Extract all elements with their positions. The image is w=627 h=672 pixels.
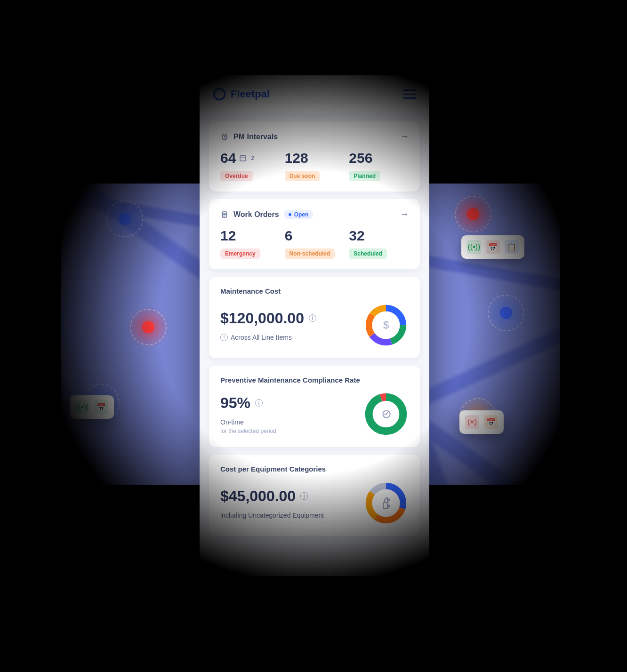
clipboard-icon [220,210,229,219]
maintenance-cost-donut: $ [363,303,409,348]
brand-name: Fleetpal [231,88,270,100]
info-icon: i [220,334,228,341]
map-tooltip-top-right: ((•)) 📅 📋 [461,235,524,259]
signal-off-icon: (×) [465,415,479,429]
status-badge: Due soon [285,171,320,181]
signal-icon: ((•)) [75,400,89,414]
dashboard-cards: PM Intervals → 64 2 Overdue 128 Due soon [200,113,429,555]
calendar-check-icon: 📅 [94,400,108,414]
pm-compliance-card[interactable]: Preventive Maintenance Compliance Rate 9… [209,366,420,447]
kpi-note: On-time [220,418,244,426]
work-orders-card[interactable]: Work Orders Open → 12 Emergency 6 Non-sc… [209,199,420,269]
stat-value: 12 [220,228,236,244]
arrow-right-icon[interactable]: → [400,209,409,219]
status-badge: Planned [349,171,380,181]
status-badge: Emergency [220,248,260,259]
stat-planned: 256 Planned [349,150,409,181]
stat-emergency: 12 Emergency [220,228,280,259]
kpi-value: $120,000.00 [220,310,304,327]
svg-point-18 [387,499,389,501]
calendar-icon [239,154,247,162]
stat-sub: 2 [251,155,254,161]
card-title: Maintenance Cost [220,287,409,295]
card-title: Preventive Maintenance Compliance Rate [220,376,409,384]
info-icon[interactable]: i [255,399,263,407]
map-tooltip-left: ((•)) 📅 [70,395,114,419]
signal-icon: ((•)) [467,240,481,254]
stat-value: 128 [285,150,308,166]
alarm-icon [220,133,229,141]
mobile-app-frame: Fleetpal PM Intervals → 64 2 [200,75,429,576]
truck-icon [363,480,409,526]
menu-button[interactable] [403,89,416,99]
map-pin-blue [104,198,146,240]
stat-value: 6 [285,228,293,244]
card-title: PM Intervals [233,133,278,141]
status-pill: Open [284,210,314,219]
status-badge: Overdue [220,171,253,181]
stat-due-soon: 128 Due soon [285,150,345,181]
card-title: Work Orders [233,210,279,219]
calendar-clock-icon: 📅 [484,415,498,429]
map-pin-red [452,193,494,235]
equipment-cost-donut [363,480,409,526]
map-pin-red [127,306,169,348]
clipboard-icon: 📋 [505,240,519,254]
brand-logo-icon [213,88,226,101]
stat-value: 32 [349,228,364,244]
arrow-right-icon[interactable]: → [400,132,409,142]
status-badge: Scheduled [349,248,387,259]
stat-non-scheduled: 6 Non-scheduled [285,228,345,259]
pm-intervals-card[interactable]: PM Intervals → 64 2 Overdue 128 Due soon [209,121,420,192]
svg-rect-16 [384,503,388,509]
pm-compliance-donut [363,392,409,437]
kpi-note: including Uncategorized Equipment [220,512,324,519]
calendar-alert-icon: 📅 [486,240,500,254]
status-badge: Non-scheduled [285,248,335,259]
stat-value: 256 [349,150,372,166]
svg-point-17 [387,505,389,507]
svg-rect-2 [240,156,246,161]
info-icon[interactable]: i [309,314,316,322]
stat-overdue: 64 2 Overdue [220,150,280,181]
card-title: Cost per Equipment Categories [220,465,409,473]
stat-scheduled: 32 Scheduled [349,228,409,259]
map-tooltip-bottom-right: (×) 📅 [459,410,504,434]
kpi-note-sub: for the selected period [220,428,355,434]
dollar-icon: $ [363,303,409,348]
app-header: Fleetpal [200,75,429,113]
info-icon[interactable]: i [300,492,308,500]
stat-value: 64 [220,150,236,166]
maintenance-cost-card[interactable]: Maintenance Cost $120,000.00 i i Across … [209,277,420,358]
equipment-cost-card[interactable]: Cost per Equipment Categories $45,000.00… [209,455,420,536]
kpi-value: 95% [220,394,250,412]
kpi-note: Across All Line Items [231,334,292,341]
kpi-value: $45,000.00 [220,488,296,505]
brand: Fleetpal [213,88,270,101]
map-pin-blue [485,292,527,334]
alarm-icon [363,392,409,437]
